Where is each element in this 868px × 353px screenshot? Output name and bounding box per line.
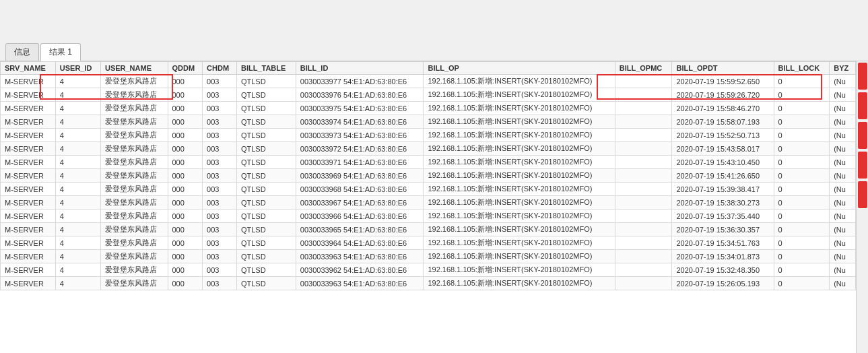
table-cell: M-SERVER <box>1 223 56 236</box>
table-cell: 2020-07-19 15:58:07.193 <box>672 115 774 129</box>
table-cell: 000 <box>168 75 203 88</box>
table-cell: M-SERVER <box>1 102 56 115</box>
table-cell: 2020-07-19 15:59:52.650 <box>672 75 774 88</box>
table-cell: M-SERVER <box>1 183 56 196</box>
table-cell: 003 <box>203 223 237 236</box>
table-cell: QTLSD <box>236 263 296 277</box>
table-cell: 000 <box>168 142 203 156</box>
table-cell: 000 <box>168 102 203 115</box>
table-cell: 000 <box>168 263 203 277</box>
table-cell: 0030033966 54:E1:AD:63:80:E6 <box>296 210 424 223</box>
table-row[interactable]: M-SERVER4爱登堡东风路店000003QTLSD0030033972 54… <box>1 142 856 156</box>
col-chdm: CHDM <box>203 62 237 75</box>
table-cell: 4 <box>55 263 100 277</box>
col-bill-table: BILL_TABLE <box>236 62 296 75</box>
table-cell: 003 <box>203 102 237 115</box>
table-cell: 192.168.1.105:新增:INSERT(SKY-20180102MFO) <box>424 75 615 88</box>
table-cell: 000 <box>168 236 203 250</box>
col-bill-opmc: BILL_OPMC <box>615 62 672 75</box>
table-row[interactable]: M-SERVER4爱登堡东风路店000003QTLSD0030033963 54… <box>1 250 856 263</box>
table-cell <box>615 223 672 236</box>
data-table: SRV_NAME USER_ID USER_NAME QDDM CHDM BIL… <box>0 61 856 290</box>
table-cell: 0 <box>774 102 830 115</box>
table-cell: 000 <box>168 210 203 223</box>
side-button-4[interactable] <box>858 152 867 179</box>
table-cell: 2020-07-19 15:36:30.357 <box>672 223 774 236</box>
side-button-1[interactable] <box>858 63 867 90</box>
table-cell: (Nu <box>830 236 856 250</box>
table-row[interactable]: M-SERVER4爱登堡东风路店000003QTLSD0030033967 54… <box>1 196 856 210</box>
table-cell: 爱登堡东风路店 <box>100 250 168 263</box>
table-cell <box>615 263 672 277</box>
table-cell: 0030033973 54:E1:AD:63:80:E6 <box>296 129 424 142</box>
table-cell: (Nu <box>830 196 856 210</box>
table-cell: QTLSD <box>236 223 296 236</box>
table-cell <box>615 102 672 115</box>
table-cell: 0 <box>774 88 830 102</box>
table-cell: 4 <box>55 236 100 250</box>
table-cell: 爱登堡东风路店 <box>100 263 168 277</box>
table-cell: 爱登堡东风路店 <box>100 156 168 169</box>
table-cell: QTLSD <box>236 102 296 115</box>
table-cell: 4 <box>55 223 100 236</box>
table-row[interactable]: M-SERVER4爱登堡东风路店000003QTLSD0030033975 54… <box>1 102 856 115</box>
table-cell: QTLSD <box>236 142 296 156</box>
table-row[interactable]: M-SERVER4爱登堡东风路店000003QTLSD0030033971 54… <box>1 156 856 169</box>
table-cell: 0 <box>774 156 830 169</box>
table-cell: 4 <box>55 75 100 88</box>
table-row[interactable]: M-SERVER4爱登堡东风路店000003QTLSD0030033973 54… <box>1 129 856 142</box>
table-cell: 192.168.1.105:新增:INSERT(SKY-20180102MFO) <box>424 102 615 115</box>
table-cell: 192.168.1.105:新增:INSERT(SKY-20180102MFO) <box>424 88 615 102</box>
table-row[interactable]: M-SERVER4爱登堡东风路店000003QTLSD0030033968 54… <box>1 183 856 196</box>
side-button-2[interactable] <box>858 92 867 119</box>
table-cell: 2020-07-19 15:39:38.417 <box>672 183 774 196</box>
table-cell: (Nu <box>830 263 856 277</box>
table-cell: 192.168.1.105:新增:INSERT(SKY-20180102MFO) <box>424 129 615 142</box>
table-cell <box>615 196 672 210</box>
table-row[interactable]: M-SERVER4爱登堡东风路店000003QTLSD0030033969 54… <box>1 169 856 183</box>
table-cell: M-SERVER <box>1 129 56 142</box>
table-cell <box>615 129 672 142</box>
table-cell: 爱登堡东风路店 <box>100 183 168 196</box>
table-cell <box>615 210 672 223</box>
table-row[interactable]: M-SERVER4爱登堡东风路店000003QTLSD0030033974 54… <box>1 115 856 129</box>
side-button-5[interactable] <box>858 181 867 208</box>
table-row[interactable]: M-SERVER4爱登堡东风路店000003QTLSD0030033977 54… <box>1 75 856 88</box>
table-cell: M-SERVER <box>1 75 56 88</box>
table-cell: 4 <box>55 142 100 156</box>
table-body: M-SERVER4爱登堡东风路店000003QTLSD0030033977 54… <box>1 75 856 290</box>
table-cell: (Nu <box>830 223 856 236</box>
side-button-3[interactable] <box>858 122 867 149</box>
table-cell: 003 <box>203 183 237 196</box>
table-cell <box>615 156 672 169</box>
table-row[interactable]: M-SERVER4爱登堡东风路店000003QTLSD0030033976 54… <box>1 88 856 102</box>
table-container[interactable]: SRV_NAME USER_ID USER_NAME QDDM CHDM BIL… <box>0 61 856 353</box>
tab-info[interactable]: 信息 <box>5 43 39 61</box>
col-bill-op: BILL_OP <box>424 62 615 75</box>
tab-result1[interactable]: 结果 1 <box>40 43 81 61</box>
table-cell: 003 <box>203 156 237 169</box>
table-cell: QTLSD <box>236 156 296 169</box>
table-cell: 0 <box>774 223 830 236</box>
table-row[interactable]: M-SERVER4爱登堡东风路店000003QTLSD0030033965 54… <box>1 223 856 236</box>
table-row[interactable]: M-SERVER4爱登堡东风路店000003QTLSD0030033963 54… <box>1 277 856 290</box>
table-row[interactable]: M-SERVER4爱登堡东风路店000003QTLSD0030033964 54… <box>1 236 856 250</box>
table-cell: 2020-07-19 15:37:35.440 <box>672 210 774 223</box>
table-cell: 4 <box>55 115 100 129</box>
table-cell: (Nu <box>830 183 856 196</box>
table-row[interactable]: M-SERVER4爱登堡东风路店000003QTLSD0030033966 54… <box>1 210 856 223</box>
table-cell: 192.168.1.105:新增:INSERT(SKY-20180102MFO) <box>424 250 615 263</box>
table-cell <box>615 183 672 196</box>
table-row[interactable]: M-SERVER4爱登堡东风路店000003QTLSD0030033962 54… <box>1 263 856 277</box>
table-cell: QTLSD <box>236 115 296 129</box>
table-cell: 爱登堡东风路店 <box>100 277 168 290</box>
table-cell: 003 <box>203 75 237 88</box>
table-cell: 0 <box>774 75 830 88</box>
table-cell: 000 <box>168 277 203 290</box>
table-cell: 爱登堡东风路店 <box>100 115 168 129</box>
table-cell: 2020-07-19 15:43:58.017 <box>672 142 774 156</box>
top-bar <box>0 0 868 40</box>
col-bill-lock: BILL_LOCK <box>774 62 830 75</box>
table-cell: 000 <box>168 129 203 142</box>
table-cell: 192.168.1.105:新增:INSERT(SKY-20180102MFO) <box>424 196 615 210</box>
